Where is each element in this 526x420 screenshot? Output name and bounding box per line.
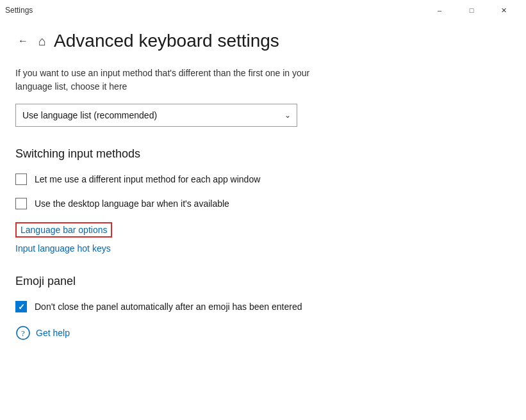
checkbox-row-emoji: Don't close the panel automatically afte… <box>15 301 511 312</box>
checkbox-desktop-language-bar[interactable] <box>15 198 27 209</box>
back-button[interactable]: ← <box>15 33 31 49</box>
checkbox-different-input-method[interactable] <box>15 174 27 185</box>
get-help-link[interactable]: Get help <box>36 328 70 338</box>
minimize-button[interactable]: – <box>425 0 454 20</box>
switching-methods-title: Switching input methods <box>15 147 511 161</box>
checkbox-row-1: Let me use a different input method for … <box>15 174 511 185</box>
help-icon: ? <box>15 325 31 341</box>
input-method-dropdown-container: Use language list (recommended) ⌄ <box>15 104 297 127</box>
svg-text:?: ? <box>21 328 25 338</box>
input-method-dropdown[interactable]: Use language list (recommended) <box>15 104 297 127</box>
checkbox-label-1: Let me use a different input method for … <box>35 174 260 184</box>
settings-window: Settings – □ ✕ ← ⌂ Advanced keyboard set… <box>0 0 526 420</box>
links-section: Language bar options Input language hot … <box>15 222 511 254</box>
checkbox-emoji-panel[interactable] <box>15 301 27 312</box>
title-bar-controls: – □ ✕ <box>425 0 518 20</box>
page-title: Advanced keyboard settings <box>54 31 279 51</box>
checkbox-row-2: Use the desktop language bar when it's a… <box>15 198 511 209</box>
get-help-row: ? Get help <box>15 325 511 341</box>
language-bar-options-link[interactable]: Language bar options <box>15 222 112 238</box>
checkbox-label-emoji: Don't close the panel automatically afte… <box>35 302 302 312</box>
title-bar-title: Settings <box>5 6 33 15</box>
title-bar: Settings – □ ✕ <box>0 0 526 20</box>
title-bar-left: Settings <box>5 6 33 15</box>
maximize-button[interactable]: □ <box>457 0 486 20</box>
close-button[interactable]: ✕ <box>489 0 518 20</box>
checkbox-label-2: Use the desktop language bar when it's a… <box>35 198 229 209</box>
language-bar-options-link-item: Language bar options <box>15 222 511 238</box>
home-icon: ⌂ <box>38 34 46 49</box>
input-language-hot-keys-link[interactable]: Input language hot keys <box>15 243 111 254</box>
input-method-description: If you want to use an input method that'… <box>15 67 316 93</box>
emoji-panel-title: Emoji panel <box>15 275 511 288</box>
content-area: ← ⌂ Advanced keyboard settings If you wa… <box>0 20 526 420</box>
page-header: ← ⌂ Advanced keyboard settings <box>15 31 511 51</box>
input-language-hot-keys-link-item: Input language hot keys <box>15 243 511 254</box>
